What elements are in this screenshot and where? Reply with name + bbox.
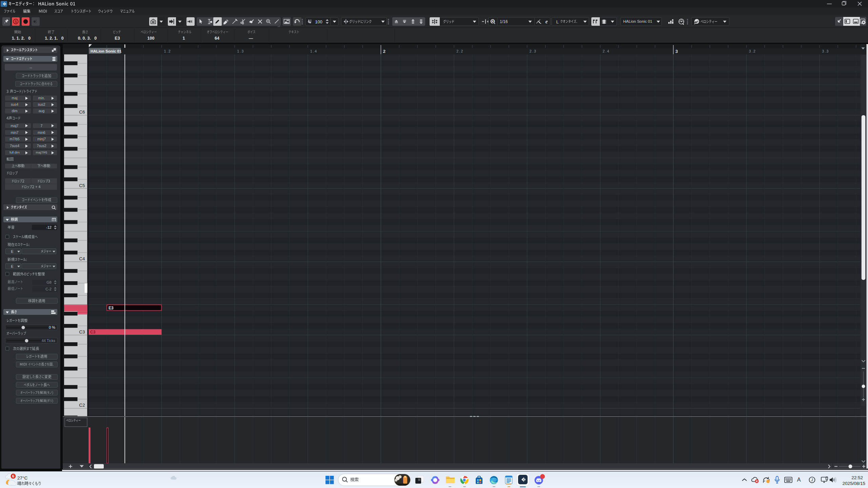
svg-text:2.2: 2.2 [456, 49, 463, 53]
svg-text:HALion Sonic 01: HALion Sonic 01 [91, 49, 122, 53]
svg-text:1.3: 1.3 [237, 49, 244, 53]
svg-text:2: 2 [383, 49, 386, 54]
svg-text:C5: C5 [79, 183, 85, 188]
svg-text:S: S [15, 20, 17, 24]
svg-text:6: 6 [12, 474, 14, 478]
svg-text:J: J [811, 478, 813, 482]
svg-text:2.4: 2.4 [603, 49, 610, 53]
svg-text:e: e [545, 19, 548, 24]
svg-text:Q: Q [491, 20, 494, 23]
svg-text:1.4: 1.4 [310, 49, 317, 53]
svg-text:C2: C2 [79, 403, 85, 408]
svg-text:3: 3 [675, 49, 678, 54]
svg-text:3.2: 3.2 [749, 49, 756, 53]
svg-text:C4: C4 [79, 256, 85, 261]
svg-text:C3: C3 [90, 330, 96, 334]
svg-text:3.3: 3.3 [822, 49, 829, 53]
svg-text:C3: C3 [79, 329, 85, 334]
svg-text:1.2: 1.2 [164, 49, 171, 53]
svg-text:E3: E3 [108, 306, 114, 310]
svg-text:C6: C6 [79, 109, 85, 115]
svg-text:2.3: 2.3 [530, 49, 537, 53]
